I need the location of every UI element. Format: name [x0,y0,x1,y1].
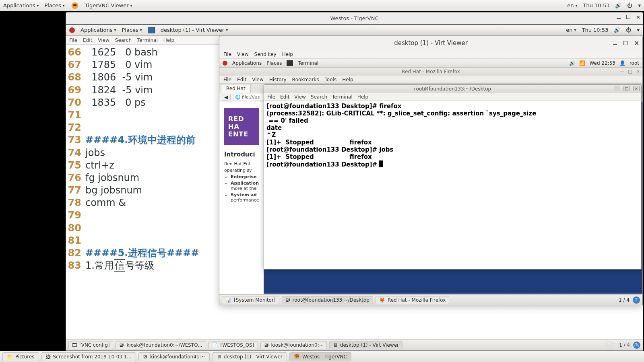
firefox-close-button[interactable]: × [636,69,640,74]
host-clock[interactable]: Thu 10:53 [583,2,609,8]
editor-menu-help[interactable]: Help [163,37,174,43]
virt-menu-file[interactable]: File [223,51,231,57]
taskbtn-kiosk-home[interactable]: 🖳kiosk@foundation0:~ [260,341,327,349]
firefox-page-content: RED HA ENTE Introduci Red Hat Ent operat… [219,102,264,294]
inner-user-name[interactable]: root [630,60,639,66]
taskbtn-westos-os[interactable]: 📄[WESTOS_OS] [208,341,258,349]
guest-applications-menu[interactable]: Applications [80,27,116,33]
virt-close-button[interactable]: × [634,39,639,47]
ff-menu-file[interactable]: File [223,77,231,82]
virt-menu-view[interactable]: View [237,51,248,57]
term-menu-view[interactable]: View [294,94,305,100]
guest-places-menu[interactable]: Places [122,27,142,33]
host-taskbtn-pictures[interactable]: 📁Pictures [2,352,39,361]
virt-menu-sendkey[interactable]: Send key [254,51,277,57]
virt-titlebar[interactable]: desktop (1) - Virt Viewer × [219,36,642,50]
firefox-maximize-button[interactable]: □ [628,69,632,74]
taskbtn-terminal[interactable]: 🖳root@foundation133:~/Desktop [282,296,373,304]
virt-title-text: desktop (1) - Virt Viewer [394,39,468,47]
taskbtn-vnc-config[interactable]: 🗔[VNC config] [68,341,113,349]
virt-menu-help[interactable]: Help [282,51,293,57]
taskbtn-system-monitor[interactable]: 📊[System Monitor] [222,296,279,304]
term-menu-edit[interactable]: Edit [280,94,289,100]
host-active-app[interactable]: TigerVNC Viewer [85,2,132,8]
host-places-menu[interactable]: Places [44,2,64,8]
inner-applications-menu[interactable]: Applications [232,60,262,66]
firefox-minimize-button[interactable]: — [619,69,624,74]
inner-workspace-switcher[interactable]: 2 [633,296,640,304]
ff-menu-tools[interactable]: Tools [325,77,337,82]
inner-guest-taskbar: 📊[System Monitor] 🖳root@foundation133:~/… [219,294,642,305]
inner-active-app[interactable]: Terminal [298,60,318,66]
firefox-tab-redhat[interactable]: Red Hat [221,84,251,93]
terminal-title-text: root@foundation133:~/Desktop [414,86,491,92]
ff-menu-help[interactable]: Help [342,77,353,82]
gnome-terminal-window: root@foundation133:~/Desktop – □ × File … [264,84,642,269]
taskbtn-kiosk-westos[interactable]: 🖳kiosk@foundation0:~/WESTO... [116,341,206,349]
terminal-menubar: File Edit View Search Terminal Help [264,93,641,101]
editor-menu-search[interactable]: Search [115,37,132,43]
inner-network-icon[interactable]: 📶 [579,60,585,66]
inner-activities-icon[interactable] [223,61,227,66]
terminal-text-area[interactable]: [root@foundation133 Desktop]# firefox(pr… [264,101,641,170]
terminal-maximize-button[interactable]: □ [623,86,630,91]
tigervnc-minimize-button[interactable] [617,14,621,20]
guest-user-menu-icon[interactable]: ▾ [637,27,640,33]
inner-clock[interactable]: Wed 22:53 [589,60,615,66]
tigervnc-close-button[interactable]: × [636,14,640,20]
host-lang-indicator[interactable]: en [567,2,577,8]
editor-menu-edit[interactable]: Edit [83,37,92,43]
ff-menu-edit[interactable]: Edit [237,77,246,82]
ff-menu-bookmarks[interactable]: Bookmarks [292,77,319,82]
guest-active-app[interactable]: desktop (1) - Virt Viewer [161,27,228,33]
tigervnc-maximize-button[interactable] [626,14,630,20]
terminal-close-button[interactable]: × [633,86,640,91]
firefox-titlebar[interactable]: Red Hat - Mozilla Firefox — □ × [219,68,642,76]
guest-taskbar: 🗔[VNC config] 🖳kiosk@foundation0:~/WESTO… [66,339,643,350]
gnome-activities-icon[interactable] [69,27,75,33]
virt-menubar: File View Send key Help [219,50,642,59]
taskbtn-virt-viewer[interactable]: 🖥desktop (1) - Virt Viewer [329,341,402,349]
guest-lang-indicator[interactable]: en [566,27,576,33]
tigervnc-window: Westos - TigerVNC × Applications Places … [66,12,643,351]
vnc-framebuffer: Applications Places desktop (1) - Virt V… [66,24,643,350]
terminal-titlebar[interactable]: root@foundation133:~/Desktop – □ × [264,85,641,93]
editor-menu-terminal[interactable]: Terminal [137,37,158,43]
virt-minimize-button[interactable] [613,39,617,47]
firefox-menubar: File Edit View History Bookmarks Tools H… [219,76,642,84]
taskbtn-firefox[interactable]: 🦊Red Hat - Mozilla Firefox [376,296,450,304]
ff-menu-history[interactable]: History [269,77,287,82]
virt-maximize-button[interactable] [623,39,627,47]
firefox-back-button[interactable]: ◀ [222,94,231,101]
guest-desktop: File Edit View Search Terminal Help 66 1… [66,36,643,339]
host-applications-menu[interactable]: Applications [3,2,39,8]
inner-user-icon[interactable]: 👤 [619,60,625,66]
inner-places-menu[interactable]: Places [266,60,282,66]
editor-menu-view[interactable]: View [98,37,109,43]
guest-volume-icon[interactable]: 🔊 [614,27,620,33]
host-taskbtn-kiosk41[interactable]: 🖳kiosk@foundation41:~ [138,352,210,361]
guest-top-panel: Applications Places desktop (1) - Virt V… [66,25,643,36]
term-menu-search[interactable]: Search [311,94,327,100]
term-menu-help[interactable]: Help [357,94,368,100]
term-menu-terminal[interactable]: Terminal [332,94,353,100]
inner-guest-desktop: Red Hat - Mozilla Firefox — □ × File Edi… [219,68,642,294]
guest-power-icon[interactable]: ⏻ [626,27,631,33]
guest-clock[interactable]: Thu 10:53 [582,27,608,33]
tigervnc-titlebar[interactable]: Westos - TigerVNC × [66,12,643,24]
power-icon[interactable]: ⏻ [627,2,632,8]
term-menu-file[interactable]: File [267,94,275,100]
terminal-minimize-button[interactable]: – [614,86,620,91]
inner-volume-icon[interactable]: 🔊 [569,60,575,66]
host-taskbtn-screenshot[interactable]: 🖼Screenshot from 2019-10-03 1... [41,352,136,361]
user-menu-icon[interactable]: ▾ [638,2,641,8]
firefox-title-text: Red Hat - Mozilla Firefox [402,69,460,74]
ff-menu-view[interactable]: View [252,77,263,82]
editor-text-area[interactable]: 66 1625 0 bash67 1785 0 vim68 1806 -5 vi… [66,45,219,272]
host-taskbtn-virt-viewer[interactable]: 🖥desktop (1) - Virt Viewer [212,352,287,361]
tigervnc-icon [70,1,79,10]
terminal-panel-icon [287,60,293,66]
host-taskbtn-tigervnc[interactable]: 🐯Westos - TigerVNC [289,352,351,361]
volume-icon[interactable]: 🔊 [615,2,621,8]
editor-menu-file[interactable]: File [69,37,77,43]
